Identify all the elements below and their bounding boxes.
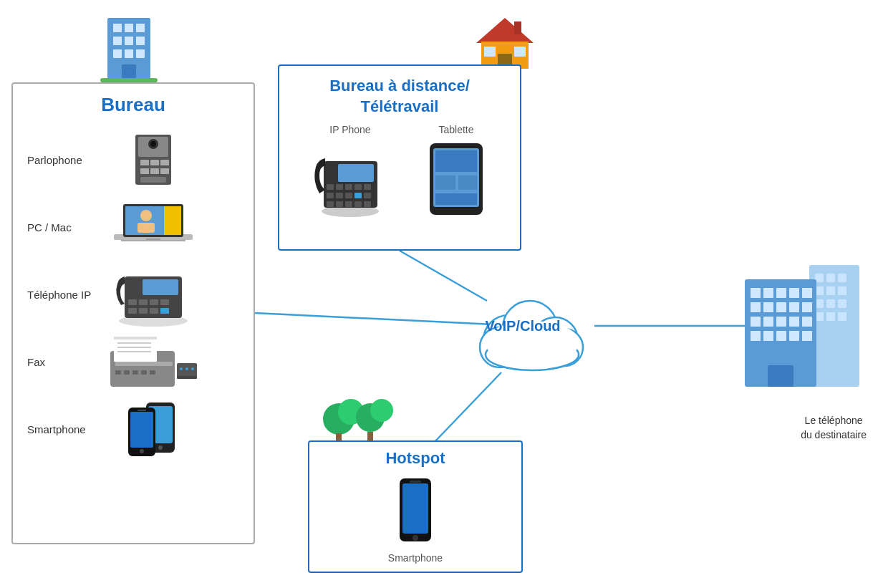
bureau-item-parlophone: Parlophone xyxy=(27,127,239,192)
svg-rect-101 xyxy=(364,201,371,207)
svg-point-79 xyxy=(158,445,163,450)
voip-label: VoIP/Cloud xyxy=(485,318,560,334)
svg-rect-67 xyxy=(115,370,121,375)
pc-label: PC / Mac xyxy=(27,221,92,233)
svg-rect-56 xyxy=(128,308,137,314)
svg-rect-37 xyxy=(140,168,149,174)
bureau-box: Bureau Parlophone xyxy=(11,82,255,544)
svg-rect-52 xyxy=(128,299,137,305)
svg-rect-151 xyxy=(776,331,786,341)
hotspot-smartphone-label: Smartphone xyxy=(388,552,443,564)
svg-rect-117 xyxy=(402,483,428,534)
bureau-item-pc: PC / Mac xyxy=(27,195,239,259)
svg-rect-134 xyxy=(751,288,761,298)
svg-rect-55 xyxy=(160,299,169,305)
fax-icon xyxy=(103,333,203,390)
building-bureau-icon xyxy=(93,4,165,85)
svg-rect-137 xyxy=(789,288,799,298)
svg-rect-17 xyxy=(514,21,521,34)
svg-rect-68 xyxy=(124,370,130,375)
destinataire-label: Le téléphone du destinataire xyxy=(801,414,867,442)
svg-rect-141 xyxy=(776,302,786,312)
svg-rect-81 xyxy=(130,412,153,448)
svg-rect-107 xyxy=(458,175,477,190)
parlophone-icon xyxy=(103,131,203,188)
svg-rect-70 xyxy=(141,370,147,375)
svg-rect-38 xyxy=(150,168,159,174)
svg-rect-97 xyxy=(327,201,334,207)
remote-ip-phone-label: IP Phone xyxy=(329,124,370,135)
svg-rect-46 xyxy=(164,206,181,235)
svg-rect-57 xyxy=(139,308,148,314)
svg-rect-91 xyxy=(364,184,371,190)
svg-rect-45 xyxy=(138,223,155,233)
svg-rect-98 xyxy=(336,201,343,207)
svg-rect-140 xyxy=(763,302,773,312)
svg-point-25 xyxy=(370,399,393,422)
svg-point-33 xyxy=(150,141,156,147)
svg-rect-71 xyxy=(150,370,155,375)
svg-rect-59 xyxy=(160,308,169,314)
svg-rect-154 xyxy=(768,365,793,387)
svg-rect-58 xyxy=(150,308,158,314)
svg-rect-100 xyxy=(354,201,362,207)
svg-rect-108 xyxy=(435,193,477,205)
svg-rect-96 xyxy=(364,193,371,198)
svg-rect-89 xyxy=(345,184,352,190)
hotspot-box: Hotspot Smartphone xyxy=(308,440,523,573)
svg-rect-152 xyxy=(789,331,799,341)
smartphone-icon xyxy=(103,399,203,460)
svg-rect-5 xyxy=(113,24,122,32)
remote-ip-phone-icon xyxy=(311,140,390,221)
svg-rect-142 xyxy=(789,302,799,312)
fax-label: Fax xyxy=(27,356,92,368)
svg-rect-61 xyxy=(114,337,157,362)
svg-rect-94 xyxy=(345,193,352,198)
parlophone-label: Parlophone xyxy=(27,154,92,166)
svg-rect-11 xyxy=(113,49,122,58)
remote-item-tablet: Tablette xyxy=(424,124,488,221)
svg-rect-147 xyxy=(789,317,799,327)
svg-rect-14 xyxy=(122,64,136,79)
remote-tablet-label: Tablette xyxy=(438,124,473,135)
svg-rect-21 xyxy=(514,47,526,57)
svg-rect-86 xyxy=(338,164,374,182)
svg-rect-99 xyxy=(345,201,352,207)
svg-rect-39 xyxy=(160,168,169,174)
svg-rect-20 xyxy=(484,47,496,57)
svg-rect-48 xyxy=(121,240,185,241)
bureau-item-tel-ip: Téléphone IP xyxy=(27,262,239,327)
tel-ip-icon xyxy=(103,262,203,327)
remote-box: Bureau à distance/ Télétravail IP Phone xyxy=(278,64,521,251)
svg-point-44 xyxy=(140,210,152,221)
svg-rect-88 xyxy=(336,184,343,190)
svg-rect-93 xyxy=(336,193,343,198)
svg-rect-35 xyxy=(150,160,159,165)
hotspot-title: Hotspot xyxy=(309,449,521,468)
svg-rect-34 xyxy=(140,160,149,165)
svg-rect-7 xyxy=(136,24,145,32)
svg-rect-139 xyxy=(751,302,761,312)
svg-rect-83 xyxy=(138,410,146,411)
remote-items: IP Phone xyxy=(279,124,520,221)
svg-point-82 xyxy=(140,449,144,453)
svg-rect-76 xyxy=(177,376,197,379)
svg-point-118 xyxy=(413,535,418,541)
svg-rect-62 xyxy=(114,337,157,339)
svg-rect-36 xyxy=(160,160,169,165)
svg-rect-9 xyxy=(125,37,133,45)
bureau-item-smartphone: Smartphone xyxy=(27,397,239,461)
voip-cloud: VoIP/Cloud xyxy=(451,279,594,372)
remote-title: Bureau à distance/ Télétravail xyxy=(279,76,520,117)
svg-rect-54 xyxy=(150,299,158,305)
svg-rect-149 xyxy=(751,331,761,341)
svg-rect-136 xyxy=(776,288,786,298)
svg-rect-6 xyxy=(125,24,133,32)
svg-rect-146 xyxy=(776,317,786,327)
svg-rect-66 xyxy=(115,362,173,366)
hotspot-items: Smartphone xyxy=(309,475,521,564)
svg-rect-90 xyxy=(354,184,362,190)
svg-point-73 xyxy=(180,367,183,370)
svg-rect-12 xyxy=(125,49,133,58)
svg-rect-69 xyxy=(132,370,138,375)
